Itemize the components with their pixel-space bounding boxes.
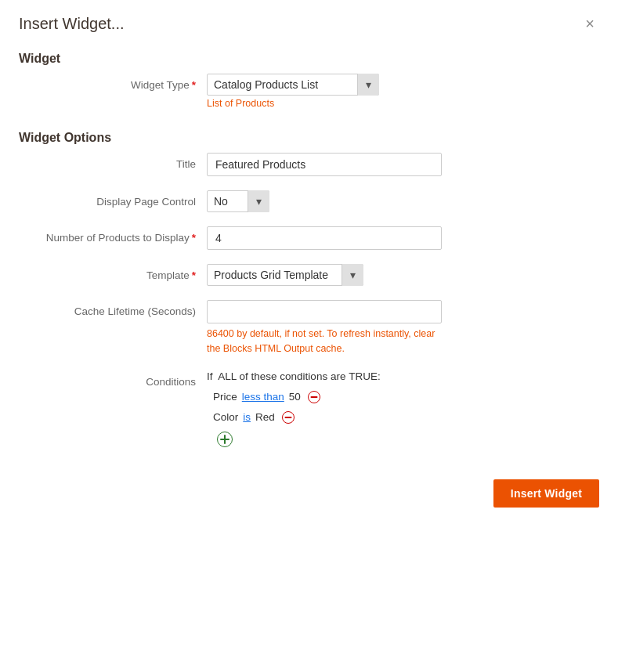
- display-page-control-label: Display Page Control: [19, 190, 207, 208]
- dialog-title: Insert Widget...: [19, 15, 125, 33]
- title-row: Title: [19, 153, 599, 176]
- title-control: [207, 153, 599, 176]
- widget-type-select[interactable]: Catalog Products List Featured Products …: [207, 74, 379, 96]
- cache-lifetime-hint: 86400 by default, if not set. To refresh…: [207, 327, 442, 356]
- condition-remove-icon-0[interactable]: [307, 390, 321, 404]
- add-condition-icon[interactable]: [216, 431, 233, 448]
- condition-value-0: 50: [289, 391, 301, 403]
- display-page-select-wrapper: No Yes: [207, 190, 269, 212]
- conditions-all-link[interactable]: ALL: [218, 370, 237, 382]
- conditions-label: Conditions: [19, 370, 207, 388]
- num-products-label: Number of Products to Display*: [19, 226, 207, 244]
- template-row: Template* Products Grid Template Product…: [19, 264, 599, 286]
- widget-type-control: Catalog Products List Featured Products …: [207, 74, 599, 109]
- dialog-footer: Insert Widget: [0, 464, 618, 526]
- cache-lifetime-control: 86400 by default, if not set. To refresh…: [207, 300, 599, 356]
- widget-type-label: Widget Type*: [19, 74, 207, 91]
- num-products-control: [207, 226, 599, 250]
- title-input[interactable]: [207, 153, 442, 176]
- insert-widget-button[interactable]: Insert Widget: [493, 479, 599, 508]
- condition-operator-1[interactable]: is: [243, 411, 251, 423]
- conditions-header: If ALL of these conditions are TRUE:: [207, 370, 599, 382]
- widget-form: Widget Type* Catalog Products List Featu…: [0, 74, 618, 109]
- condition-attribute-0: Price: [213, 391, 237, 403]
- cache-lifetime-input[interactable]: [207, 300, 442, 323]
- dialog-header: Insert Widget... ×: [0, 0, 618, 41]
- condition-row-0: Price less than 50: [207, 390, 599, 404]
- display-page-select[interactable]: No Yes: [207, 190, 269, 212]
- num-products-input[interactable]: [207, 226, 442, 250]
- close-button[interactable]: ×: [580, 14, 599, 33]
- conditions-block: If ALL of these conditions are TRUE: Pri…: [207, 370, 599, 450]
- cache-lifetime-row: Cache Lifetime (Seconds) 86400 by defaul…: [19, 300, 599, 356]
- cache-lifetime-label: Cache Lifetime (Seconds): [19, 300, 207, 317]
- template-label: Template*: [19, 264, 207, 281]
- template-control: Products Grid Template Products List Tem…: [207, 264, 599, 286]
- template-select-wrapper: Products Grid Template Products List Tem…: [207, 264, 363, 286]
- add-condition-row: [207, 431, 599, 450]
- widget-section-title: Widget: [0, 44, 618, 74]
- condition-remove-icon-1[interactable]: [281, 410, 295, 425]
- widget-options-section-title: Widget Options: [0, 123, 618, 153]
- widget-options-form: Title Display Page Control No Yes N: [0, 153, 618, 450]
- condition-row-1: Color is Red: [207, 410, 599, 425]
- widget-type-row: Widget Type* Catalog Products List Featu…: [19, 74, 599, 109]
- display-page-control-control: No Yes: [207, 190, 599, 212]
- conditions-row: Conditions If ALL of these conditions ar…: [19, 370, 599, 450]
- condition-operator-0[interactable]: less than: [242, 391, 284, 403]
- condition-value-1: Red: [255, 411, 275, 423]
- insert-widget-dialog: Insert Widget... × Widget Widget Type* C…: [0, 0, 618, 672]
- display-page-control-row: Display Page Control No Yes: [19, 190, 599, 212]
- title-label: Title: [19, 153, 207, 170]
- widget-type-select-wrapper: Catalog Products List Featured Products …: [207, 74, 379, 96]
- template-select[interactable]: Products Grid Template Products List Tem…: [207, 264, 363, 286]
- widget-type-hint: List of Products: [207, 98, 599, 109]
- num-products-row: Number of Products to Display*: [19, 226, 599, 250]
- condition-attribute-1: Color: [213, 411, 238, 423]
